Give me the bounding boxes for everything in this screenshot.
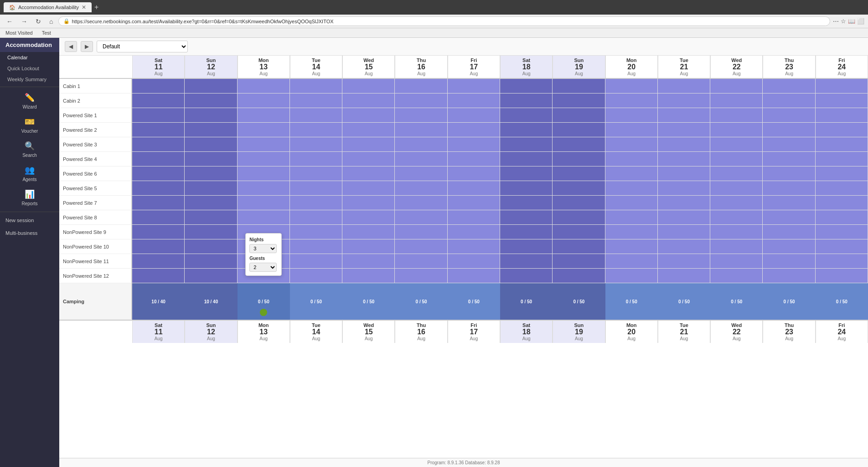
grid-cell[interactable] — [132, 152, 185, 166]
confirm-circle-icon[interactable] — [260, 309, 267, 316]
grid-cell[interactable] — [658, 196, 710, 210]
grid-cell[interactable] — [395, 137, 447, 152]
grid-cell[interactable] — [816, 108, 868, 123]
grid-cell[interactable] — [816, 225, 868, 239]
guests-select[interactable]: 2134 — [249, 263, 277, 272]
calendar-wrapper[interactable]: Sat11AugSun12AugMon13AugTue14AugWed15Aug… — [59, 56, 868, 458]
grid-cell[interactable] — [658, 166, 710, 181]
bookmark-icon[interactable]: ☆ — [841, 18, 846, 25]
grid-cell[interactable] — [500, 210, 553, 225]
grid-cell[interactable] — [185, 225, 237, 239]
grid-cell[interactable] — [132, 79, 185, 93]
new-tab-button[interactable]: + — [94, 3, 98, 11]
grid-cell[interactable] — [132, 196, 185, 210]
grid-cell[interactable] — [238, 152, 290, 166]
grid-cell[interactable] — [710, 269, 763, 283]
grid-cell[interactable] — [605, 93, 658, 108]
grid-cell[interactable] — [395, 196, 447, 210]
address-bar[interactable]: 🔒 https://secure.netbookings.com.au/test… — [58, 16, 830, 26]
grid-cell[interactable] — [605, 181, 658, 196]
camping-cell[interactable]: 0 / 50 — [553, 283, 605, 320]
grid-cell[interactable] — [605, 152, 658, 166]
grid-cell[interactable] — [763, 225, 815, 239]
grid-cell[interactable] — [658, 269, 710, 283]
grid-cell[interactable] — [763, 181, 815, 196]
grid-cell[interactable] — [132, 166, 185, 181]
grid-cell[interactable] — [763, 269, 815, 283]
grid-cell[interactable] — [658, 79, 710, 93]
grid-cell[interactable] — [290, 123, 342, 137]
grid-cell[interactable] — [185, 210, 237, 225]
grid-cell[interactable] — [290, 239, 342, 254]
camping-cell[interactable]: 10 / 40 — [185, 283, 237, 320]
grid-cell[interactable] — [290, 269, 342, 283]
grid-cell[interactable] — [395, 225, 447, 239]
grid-cell[interactable] — [816, 79, 868, 93]
grid-cell[interactable] — [290, 254, 342, 269]
grid-cell[interactable] — [395, 166, 447, 181]
grid-cell[interactable] — [763, 196, 815, 210]
grid-cell[interactable] — [238, 181, 290, 196]
grid-cell[interactable] — [553, 269, 605, 283]
grid-cell[interactable] — [763, 152, 815, 166]
grid-cell[interactable] — [132, 137, 185, 152]
grid-cell[interactable] — [185, 93, 237, 108]
camping-cell[interactable]: 0 / 50 — [605, 283, 658, 320]
grid-cell[interactable] — [763, 239, 815, 254]
grid-cell[interactable] — [342, 108, 395, 123]
grid-cell[interactable] — [605, 239, 658, 254]
sidebar-item-reports[interactable]: 📊 Reports — [0, 186, 59, 210]
back-button[interactable]: ← — [4, 17, 16, 26]
nights-select[interactable]: 312457 — [249, 244, 277, 253]
sidebar-toggle-icon[interactable]: ⬜ — [857, 18, 864, 25]
grid-cell[interactable] — [290, 181, 342, 196]
grid-cell[interactable] — [500, 181, 553, 196]
grid-cell[interactable] — [500, 152, 553, 166]
grid-cell[interactable] — [816, 137, 868, 152]
grid-cell[interactable] — [395, 239, 447, 254]
grid-cell[interactable] — [132, 108, 185, 123]
grid-cell[interactable] — [185, 79, 237, 93]
camping-cell[interactable]: 10 / 40 — [132, 283, 185, 320]
grid-cell[interactable] — [658, 181, 710, 196]
grid-cell[interactable] — [290, 137, 342, 152]
grid-cell[interactable] — [605, 225, 658, 239]
sidebar-item-new-session[interactable]: New session — [0, 214, 59, 227]
camping-cell[interactable]: 0 / 50 — [448, 283, 500, 320]
grid-cell[interactable] — [448, 137, 500, 152]
grid-cell[interactable] — [500, 225, 553, 239]
reader-mode-icon[interactable]: 📖 — [848, 18, 855, 25]
sidebar-item-wizard[interactable]: ✏️ Wizard — [0, 89, 59, 113]
grid-cell[interactable] — [553, 225, 605, 239]
sidebar-item-search[interactable]: 🔍 Search — [0, 137, 59, 161]
grid-cell[interactable] — [500, 93, 553, 108]
sidebar-item-weekly-summary[interactable]: Weekly Summary — [0, 74, 59, 85]
grid-cell[interactable] — [290, 93, 342, 108]
grid-cell[interactable] — [185, 137, 237, 152]
grid-cell[interactable] — [553, 210, 605, 225]
grid-cell[interactable] — [448, 254, 500, 269]
camping-cell[interactable]: 0 / 50 — [658, 283, 710, 320]
grid-cell[interactable] — [553, 239, 605, 254]
grid-cell[interactable] — [342, 166, 395, 181]
grid-cell[interactable] — [132, 181, 185, 196]
grid-cell[interactable] — [238, 123, 290, 137]
grid-cell[interactable] — [448, 79, 500, 93]
grid-cell[interactable] — [658, 152, 710, 166]
grid-cell[interactable] — [710, 108, 763, 123]
grid-cell[interactable] — [763, 108, 815, 123]
grid-cell[interactable] — [185, 108, 237, 123]
grid-cell[interactable] — [500, 166, 553, 181]
grid-cell[interactable] — [763, 210, 815, 225]
tab-close-button[interactable]: ✕ — [82, 4, 86, 10]
grid-cell[interactable] — [553, 196, 605, 210]
grid-cell[interactable] — [658, 210, 710, 225]
grid-cell[interactable] — [553, 137, 605, 152]
grid-cell[interactable] — [290, 79, 342, 93]
view-select[interactable]: Default Compact Extended — [97, 41, 188, 52]
grid-cell[interactable] — [605, 108, 658, 123]
grid-cell[interactable] — [710, 210, 763, 225]
camping-cell[interactable]: 0 / 50 — [500, 283, 553, 320]
camping-cell[interactable]: 0 / 50 — [290, 283, 342, 320]
grid-cell[interactable] — [605, 79, 658, 93]
